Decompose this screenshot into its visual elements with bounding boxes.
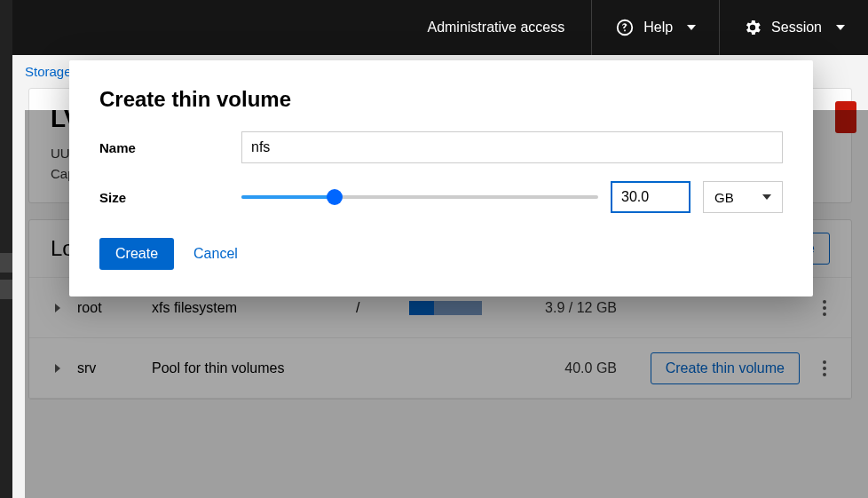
- breadcrumb-storage-link[interactable]: Storage: [25, 64, 72, 79]
- topbar: Administrative access Help Session: [0, 0, 868, 55]
- slider-fill: [241, 195, 335, 199]
- help-label: Help: [643, 20, 673, 36]
- name-label: Name: [99, 140, 241, 155]
- session-menu[interactable]: Session: [719, 0, 868, 55]
- left-sidebar-sliver: [0, 0, 12, 498]
- unit-select[interactable]: GB: [703, 181, 783, 213]
- administrative-access-label: Administrative access: [427, 20, 564, 36]
- chevron-down-icon: [762, 194, 771, 200]
- unit-value: GB: [714, 190, 734, 205]
- size-slider[interactable]: [241, 189, 598, 205]
- size-row: Size GB: [99, 181, 783, 213]
- slider-thumb[interactable]: [327, 189, 343, 205]
- administrative-access-button[interactable]: Administrative access: [404, 0, 591, 55]
- chevron-down-icon: [687, 25, 696, 30]
- size-input[interactable]: [611, 181, 690, 213]
- create-button[interactable]: Create: [99, 238, 174, 270]
- modal-title: Create thin volume: [99, 87, 783, 112]
- name-input[interactable]: [241, 131, 783, 163]
- create-thin-volume-modal: Create thin volume Name Size GB Create C…: [69, 60, 813, 296]
- cancel-button[interactable]: Cancel: [193, 246, 238, 262]
- chevron-down-icon: [836, 25, 845, 30]
- sidebar-notch: [0, 253, 12, 273]
- sidebar-notch: [0, 280, 12, 299]
- gear-icon: [743, 18, 762, 37]
- help-icon: [615, 18, 635, 37]
- size-controls: GB: [241, 181, 783, 213]
- help-menu[interactable]: Help: [591, 0, 719, 55]
- name-row: Name: [99, 131, 783, 163]
- modal-footer: Create Cancel: [99, 238, 783, 270]
- size-label: Size: [99, 190, 241, 205]
- session-label: Session: [771, 20, 822, 36]
